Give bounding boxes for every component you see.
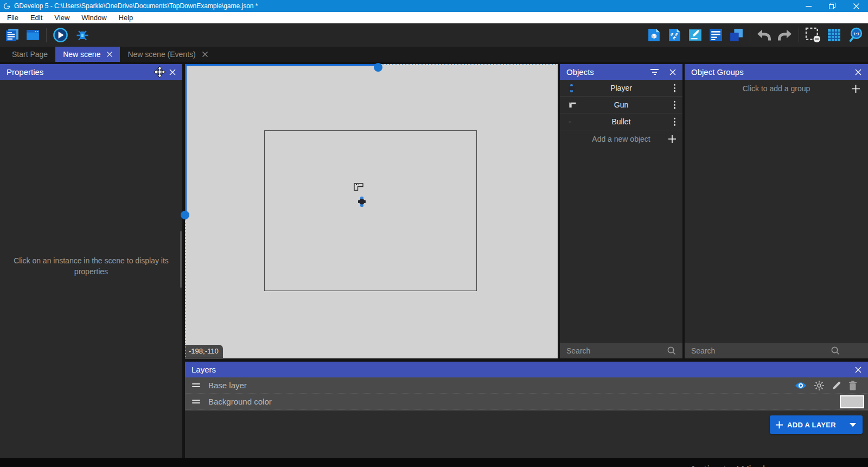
- menu-window[interactable]: Window: [75, 12, 112, 23]
- cursor-coordinates-badge: -198;-110: [185, 345, 223, 358]
- object-groups-panel-title: Object Groups: [691, 67, 744, 77]
- object-menu-icon[interactable]: [672, 99, 677, 111]
- object-row-player[interactable]: Player: [560, 80, 682, 97]
- player-instance[interactable]: [358, 197, 366, 209]
- redo-icon[interactable]: [777, 28, 793, 42]
- properties-panel: Properties Click on an instance in the s…: [0, 64, 182, 458]
- search-icon: [831, 346, 840, 355]
- instances-list-icon[interactable]: [709, 28, 723, 42]
- scene-canvas[interactable]: -198;-110: [185, 64, 558, 358]
- close-layers-icon[interactable]: [855, 367, 861, 373]
- delete-trash-icon[interactable]: [848, 381, 857, 390]
- tab-label: New scene (Events): [127, 50, 195, 59]
- toolbar-separator: [750, 28, 750, 42]
- scene-window-icon[interactable]: [25, 28, 40, 42]
- close-properties-icon[interactable]: [169, 69, 176, 75]
- properties-icon[interactable]: [688, 28, 703, 42]
- add-a-layer-button[interactable]: ADD A LAYER: [770, 415, 863, 434]
- object-menu-icon[interactable]: [672, 116, 677, 128]
- objects-panel-title: Objects: [566, 67, 594, 77]
- add-object-plus-icon[interactable]: [668, 135, 676, 143]
- layers-panel-header: Layers: [185, 362, 868, 377]
- menu-file[interactable]: File: [1, 12, 24, 23]
- move-cursor-icon: [154, 66, 166, 80]
- groups-search-row: [685, 342, 868, 358]
- layers-panel: Layers Base layer: [185, 362, 868, 458]
- effects-icon[interactable]: [814, 380, 825, 391]
- objects-panel-header: Objects: [560, 64, 682, 80]
- close-tab-icon[interactable]: [107, 52, 112, 57]
- background-color-swatch[interactable]: [840, 395, 864, 408]
- toolbar-separator: [799, 28, 799, 42]
- objects-search-row: [560, 342, 682, 358]
- top-splitter[interactable]: [185, 64, 378, 66]
- object-name: Player: [560, 84, 682, 92]
- top-splitter-dotted[interactable]: [382, 64, 558, 65]
- grid-icon[interactable]: [827, 28, 841, 42]
- left-splitter-handle[interactable]: [181, 211, 189, 219]
- objects-search-input[interactable]: [566, 346, 667, 355]
- properties-scrollbar[interactable]: [180, 231, 182, 288]
- menu-help[interactable]: Help: [113, 12, 139, 23]
- top-splitter-handle[interactable]: [374, 63, 382, 72]
- bullet-sprite-icon: [569, 121, 571, 123]
- drag-handle-icon[interactable]: [191, 382, 201, 389]
- groups-search-input[interactable]: [691, 346, 831, 355]
- close-object-groups-icon[interactable]: [855, 69, 861, 75]
- layers-panel-title: Layers: [192, 365, 216, 374]
- left-splitter[interactable]: [185, 64, 187, 212]
- undo-icon[interactable]: [756, 28, 771, 42]
- tab-new-scene-events[interactable]: New scene (Events): [120, 47, 215, 62]
- menu-view[interactable]: View: [48, 12, 75, 23]
- toolbar: 1:1: [0, 23, 868, 47]
- visibility-eye-icon[interactable]: [795, 381, 807, 390]
- layers-panel-footer: Activate Windows Go to Settings to activ…: [185, 411, 868, 458]
- layer-row-base[interactable]: Base layer: [185, 377, 868, 394]
- object-groups-panel: Object Groups Click to add a group: [685, 64, 868, 358]
- object-row-gun[interactable]: Gun: [560, 97, 682, 113]
- game-window-bounds: [264, 130, 477, 291]
- tab-start-page[interactable]: Start Page: [4, 47, 55, 62]
- deselect-icon[interactable]: [805, 27, 821, 43]
- project-manager-icon[interactable]: [5, 28, 20, 42]
- activate-windows-watermark: Activate Windows: [689, 464, 788, 467]
- objects-icon[interactable]: [647, 28, 661, 42]
- object-name: Bullet: [560, 117, 682, 126]
- add-group-row[interactable]: Click to add a group: [685, 80, 868, 97]
- object-groups-panel-header: Object Groups: [685, 64, 868, 80]
- debug-icon[interactable]: [74, 27, 91, 43]
- close-tab-icon[interactable]: [202, 52, 208, 57]
- close-window-button[interactable]: [844, 0, 868, 12]
- search-icon: [667, 346, 676, 355]
- object-menu-icon[interactable]: [672, 83, 677, 94]
- left-splitter-dotted[interactable]: [185, 219, 186, 358]
- minimize-button[interactable]: [796, 0, 820, 12]
- drag-handle-icon[interactable]: [191, 399, 201, 405]
- tab-new-scene[interactable]: New scene: [55, 47, 120, 62]
- properties-panel-title: Properties: [7, 67, 43, 77]
- layers-icon[interactable]: [729, 28, 744, 42]
- edit-pencil-icon[interactable]: [832, 381, 841, 390]
- filter-icon[interactable]: [650, 69, 659, 75]
- window-title: GDevelop 5 - C:\Users\Sparkle\OneDrive\D…: [14, 2, 258, 10]
- properties-panel-header: Properties: [0, 64, 182, 80]
- zoom-original-icon[interactable]: 1:1: [847, 27, 863, 43]
- add-new-object-row[interactable]: Add a new object: [560, 130, 682, 147]
- object-row-bullet[interactable]: Bullet: [560, 113, 682, 130]
- chevron-down-icon[interactable]: [850, 423, 856, 427]
- gun-instance[interactable]: [354, 183, 363, 193]
- object-groups-icon[interactable]: [667, 28, 682, 42]
- restore-button[interactable]: [820, 0, 844, 12]
- menu-edit[interactable]: Edit: [24, 12, 48, 23]
- add-group-plus-icon[interactable]: [851, 84, 860, 93]
- gun-sprite-icon: [569, 102, 577, 109]
- plus-icon: [775, 421, 783, 429]
- layer-row-background-color[interactable]: Background color: [185, 394, 868, 410]
- titlebar: GDevelop 5 - C:\Users\Sparkle\OneDrive\D…: [0, 0, 868, 12]
- close-objects-icon[interactable]: [669, 69, 676, 75]
- tab-bar: Start Page New scene New scene (Events): [0, 47, 868, 62]
- add-group-label: Click to add a group: [685, 84, 868, 93]
- play-preview-icon[interactable]: [53, 27, 68, 43]
- gdevelop-logo-icon: [3, 3, 10, 10]
- gdevelop-window: GDevelop 5 - C:\Users\Sparkle\OneDrive\D…: [0, 0, 868, 467]
